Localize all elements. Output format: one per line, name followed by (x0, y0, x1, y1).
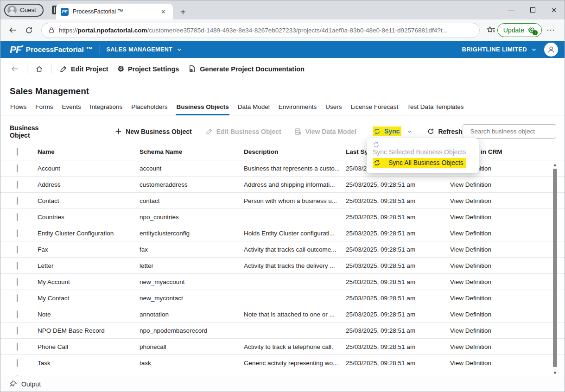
view-definition-link[interactable]: View Definition (450, 262, 565, 269)
user-avatar[interactable] (544, 43, 558, 57)
table-row[interactable]: Phone Call phonecall Activity to track a… (0, 339, 565, 355)
page-back-icon[interactable] (7, 62, 23, 76)
menu-item-sync-selected-business-objects[interactable]: Sync Selected Business Objects (367, 141, 479, 156)
table-row[interactable]: NPO DEM Base Record npo_npodembaserecord… (0, 322, 565, 339)
update-badge: ! (533, 30, 538, 35)
view-definition-link[interactable]: View Definition (450, 311, 565, 318)
row-checkbox[interactable] (17, 310, 18, 318)
project-settings-button[interactable]: ⚙ Project Settings (113, 63, 184, 76)
table-row[interactable]: Address customeraddress Address and ship… (0, 177, 565, 193)
new-business-object-button[interactable]: New Business Object (115, 128, 191, 135)
view-definition-link[interactable]: View Definition (450, 295, 565, 302)
cell-schema: letter (140, 262, 244, 269)
row-checkbox[interactable] (17, 246, 18, 253)
generate-documentation-button[interactable]: Generate Project Documentation (184, 62, 309, 76)
tab-license-forecast[interactable]: License Forecast (350, 103, 399, 115)
tab-users[interactable]: Users (325, 103, 342, 115)
browser-refresh-icon[interactable] (21, 22, 37, 38)
close-button[interactable]: ✕ (543, 0, 565, 19)
view-definition-link[interactable]: View Definition (450, 327, 565, 334)
table-row[interactable]: Entity Cluster Configuration entityclust… (0, 225, 565, 241)
account-selector[interactable]: BRIGHTLINE LIMITED (462, 46, 537, 53)
browser-tab[interactable]: PF ProcessFactorial ™ ✕ (56, 4, 173, 19)
row-checkbox[interactable] (17, 343, 18, 351)
view-definition-link[interactable]: View Definition (450, 197, 565, 204)
vertical-scrollbar[interactable]: ▲ ▼ (552, 161, 558, 376)
cell-last-sync: 25/03/2025, 09:28:51 am (346, 262, 450, 269)
view-definition-link[interactable]: View Definition (450, 181, 565, 188)
tab-flows[interactable]: Flows (10, 103, 27, 115)
tab-data-model[interactable]: Data Model (237, 103, 270, 115)
favorites-hub-icon[interactable] (486, 25, 495, 35)
view-data-model-button[interactable]: View Data Model (294, 128, 356, 135)
browser-update-button[interactable]: Update ! (497, 23, 542, 37)
table-row[interactable]: My Account new_myaccount 25/03/2025, 09:… (0, 274, 565, 290)
view-definition-link[interactable]: View Definition (450, 343, 565, 350)
browser-profile-button[interactable]: Guest (4, 4, 44, 17)
cell-schema: annotation (140, 311, 244, 318)
tab-business-objects[interactable]: Business Objects (176, 103, 229, 115)
row-checkbox[interactable] (17, 229, 18, 237)
project-selector[interactable]: SALES MANAGEMENT (107, 46, 183, 53)
tab-close-icon[interactable]: ✕ (159, 7, 168, 16)
chevron-down-icon (531, 47, 537, 52)
row-checkbox[interactable] (17, 359, 18, 367)
select-all-checkbox[interactable] (17, 148, 18, 156)
tab-integrations[interactable]: Integrations (89, 103, 123, 115)
table-row[interactable]: My Contact new_mycontact 25/03/2025, 09:… (0, 290, 565, 306)
cell-schema: new_myaccount (140, 278, 244, 285)
tab-forms[interactable]: Forms (35, 103, 53, 115)
sync-button[interactable]: Sync (373, 126, 412, 136)
table-row[interactable]: Task task Generic activity representing … (0, 355, 565, 371)
table-row[interactable]: Countries npo_countries 25/03/2025, 09:2… (0, 209, 565, 225)
view-definition-link[interactable]: View Definition (450, 214, 565, 221)
view-definition-link[interactable]: View Definition (450, 246, 565, 253)
pin-icon (10, 380, 17, 388)
browser-menu-icon[interactable]: ⋯ (542, 25, 560, 35)
browser-back-icon[interactable] (5, 22, 21, 38)
tab-placeholders[interactable]: Placeholders (131, 103, 168, 115)
tab-environments[interactable]: Environments (278, 103, 317, 115)
tab-test-data-templates[interactable]: Test Data Templates (406, 103, 464, 115)
row-checkbox[interactable] (17, 327, 18, 335)
scrollbar-thumb[interactable] (553, 169, 557, 367)
col-description: Description (244, 148, 346, 155)
search-input[interactable] (470, 128, 552, 135)
table-row[interactable]: Contact contact Person with whom a busin… (0, 193, 565, 209)
row-checkbox[interactable] (17, 197, 18, 205)
row-checkbox[interactable] (17, 181, 18, 189)
table-row[interactable]: Letter letter Activity that tracks the d… (0, 258, 565, 274)
table-row[interactable]: Account account Business that represents… (0, 160, 565, 177)
row-checkbox[interactable] (17, 213, 18, 221)
output-panel-toggle[interactable]: Output (0, 376, 565, 392)
cell-schema: entityclusterconfig (140, 230, 244, 237)
row-checkbox[interactable] (17, 164, 18, 172)
table-row[interactable]: Fax fax Activity that tracks call outcom… (0, 241, 565, 258)
edit-project-button[interactable]: Edit Project (55, 63, 113, 76)
new-tab-button[interactable]: + (180, 7, 186, 17)
scroll-down-icon[interactable]: ▼ (552, 370, 558, 375)
row-checkbox[interactable] (17, 294, 18, 302)
view-definition-link[interactable]: View Definition (450, 278, 565, 285)
maximize-button[interactable] (522, 0, 543, 19)
app-logo[interactable]: PF (10, 44, 21, 55)
table-row[interactable]: Note annotation Note that is attached to… (0, 306, 565, 322)
cell-last-sync: 25/03/2025, 09:28:51 am (346, 295, 450, 302)
view-definition-link[interactable]: View Definition (450, 230, 565, 237)
data-model-icon (294, 128, 302, 135)
edit-business-object-button[interactable]: Edit Business Object (206, 128, 281, 135)
address-bar[interactable]: https://portal.npofactorial.com/customer… (41, 23, 480, 38)
home-icon[interactable] (31, 62, 47, 76)
minimize-button[interactable]: — (501, 0, 522, 19)
menu-item-sync-all-business-objects[interactable]: Sync All Business Objects (367, 156, 479, 170)
view-definition-link[interactable]: View Definition (450, 360, 565, 367)
gear-icon: ⚙ (118, 65, 124, 73)
tab-events[interactable]: Events (62, 103, 82, 115)
refresh-button[interactable]: Refresh (427, 128, 462, 135)
cell-name: Contact (38, 197, 140, 204)
row-checkbox[interactable] (17, 278, 18, 286)
cell-name: Phone Call (38, 343, 140, 350)
scroll-up-icon[interactable]: ▲ (552, 162, 558, 167)
row-checkbox[interactable] (17, 262, 18, 270)
browser-window: Guest PF ProcessFactorial ™ ✕ + — ✕ http… (0, 0, 565, 392)
